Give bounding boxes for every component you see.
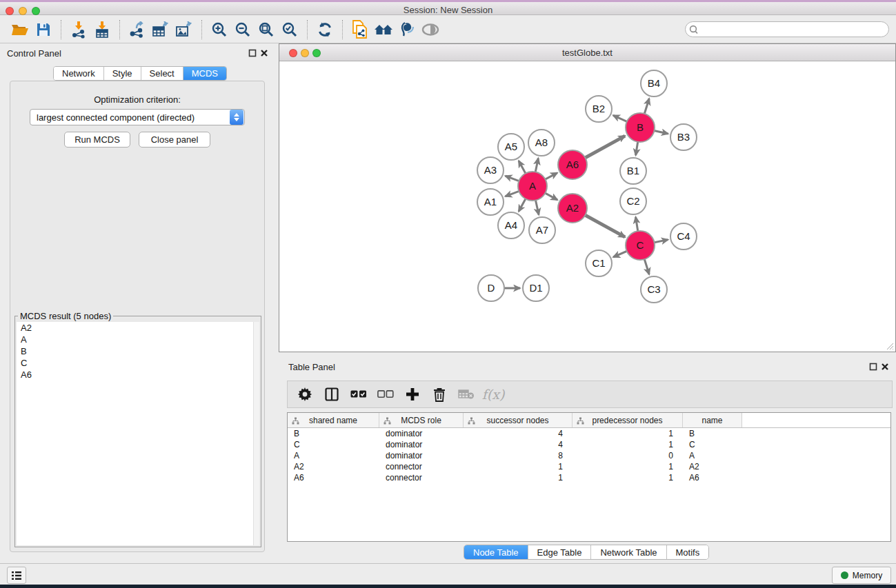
tab-network[interactable]: Network bbox=[54, 67, 104, 80]
table-settings-button[interactable] bbox=[295, 384, 315, 405]
mcds-result-item[interactable]: C bbox=[17, 357, 259, 369]
table-cell: 1 bbox=[573, 472, 683, 483]
graph-node-A5[interactable]: A5 bbox=[498, 134, 524, 160]
graph-node-C4[interactable]: C4 bbox=[670, 223, 697, 250]
graph-node-A4[interactable]: A4 bbox=[498, 212, 524, 239]
graph-node-C3[interactable]: C3 bbox=[641, 276, 667, 303]
graph-node-D[interactable]: D bbox=[478, 275, 504, 301]
graph-node-B[interactable]: B bbox=[626, 113, 655, 142]
graph-node-A8[interactable]: A8 bbox=[528, 130, 555, 156]
mcds-result-item[interactable]: A2 bbox=[17, 322, 259, 334]
run-mcds-button[interactable]: Run MCDS bbox=[64, 132, 130, 148]
memory-button[interactable]: Memory bbox=[832, 567, 891, 584]
search-input[interactable] bbox=[701, 25, 873, 34]
mcds-result-item[interactable]: B bbox=[17, 345, 259, 357]
import-network-icon bbox=[70, 21, 87, 39]
delete-columns-button[interactable] bbox=[429, 384, 450, 405]
table-row[interactable]: Bdominator41B bbox=[288, 428, 890, 439]
node-table: shared nameMCDS rolesuccessor nodesprede… bbox=[287, 412, 891, 542]
table-cell: A2 bbox=[683, 461, 742, 472]
save-session-button[interactable] bbox=[32, 19, 55, 41]
network-canvas[interactable]: B4B2BB3A8A5A6A3B1AC2A1A2A4A7C4CC1DD1C3 bbox=[279, 61, 895, 352]
import-network-button[interactable] bbox=[67, 19, 90, 41]
float-panel-icon[interactable] bbox=[248, 49, 257, 57]
unselect-all-columns-button[interactable] bbox=[375, 384, 396, 405]
close-panel-icon[interactable] bbox=[260, 49, 268, 57]
graph-node-C1[interactable]: C1 bbox=[586, 250, 612, 276]
function-builder-button[interactable]: f(x) bbox=[483, 384, 504, 405]
graph-node-D1[interactable]: D1 bbox=[523, 275, 549, 301]
table-row[interactable]: A2connector11A2 bbox=[288, 461, 890, 472]
list-scrollbar[interactable] bbox=[253, 322, 259, 545]
graph-node-C2[interactable]: C2 bbox=[620, 188, 646, 214]
apply-layout-button[interactable] bbox=[313, 19, 337, 41]
export-image-button[interactable] bbox=[172, 19, 196, 41]
zoom-fit-button[interactable] bbox=[255, 19, 278, 41]
graph-node-A6[interactable]: A6 bbox=[558, 150, 587, 179]
select-all-columns-button[interactable] bbox=[348, 384, 369, 405]
network-window-titlebar[interactable]: testGlobe.txt bbox=[279, 44, 895, 61]
resize-grip[interactable] bbox=[886, 342, 894, 350]
graph-node-B3[interactable]: B3 bbox=[670, 124, 697, 150]
graph-node-B1[interactable]: B1 bbox=[620, 158, 646, 184]
tab-select[interactable]: Select bbox=[141, 67, 183, 80]
table-cell: 1 bbox=[573, 428, 683, 439]
zoom-selected-button[interactable] bbox=[278, 19, 301, 41]
graph-node-B2[interactable]: B2 bbox=[586, 96, 612, 122]
export-network-button[interactable] bbox=[126, 19, 149, 41]
plus-icon bbox=[406, 387, 419, 401]
graph-node-label: C1 bbox=[592, 257, 605, 269]
tab-network-table[interactable]: Network Table bbox=[591, 545, 666, 559]
mcds-result-item[interactable]: A bbox=[17, 334, 259, 345]
table-cell: connector bbox=[379, 472, 464, 483]
table-cell: 4 bbox=[464, 439, 573, 450]
column-header-name[interactable]: name bbox=[683, 413, 742, 427]
column-header-shared-name[interactable]: shared name bbox=[288, 413, 379, 427]
show-graphics-details-button[interactable] bbox=[395, 19, 419, 41]
float-table-panel-icon[interactable] bbox=[869, 363, 877, 371]
table-row[interactable]: A6connector11A6 bbox=[288, 472, 890, 483]
column-header-MCDS-role[interactable]: MCDS role bbox=[379, 413, 464, 427]
graph-node-label: C3 bbox=[647, 283, 660, 295]
save-icon bbox=[36, 22, 51, 37]
open-session-button[interactable] bbox=[8, 19, 32, 41]
export-table-button[interactable] bbox=[149, 19, 172, 41]
graph-node-label: A6 bbox=[566, 159, 579, 170]
table-cell: A6 bbox=[683, 472, 742, 483]
hide-graphics-details-button[interactable] bbox=[419, 19, 442, 41]
optimization-criterion-select[interactable]: largest connected component (directed) bbox=[30, 109, 245, 125]
zoom-in-button[interactable] bbox=[208, 19, 231, 41]
graph-node-A2[interactable]: A2 bbox=[558, 194, 587, 223]
table-row[interactable]: Cdominator41C bbox=[288, 439, 890, 450]
column-header-successor-nodes[interactable]: successor nodes bbox=[464, 413, 573, 427]
graph-node-A3[interactable]: A3 bbox=[477, 157, 504, 183]
duplicate-network-button[interactable] bbox=[348, 19, 372, 41]
mcds-result-item[interactable]: A6 bbox=[17, 369, 259, 381]
delete-table-button[interactable] bbox=[456, 384, 477, 405]
show-task-history-button[interactable] bbox=[7, 567, 26, 584]
tab-style[interactable]: Style bbox=[104, 67, 141, 80]
optimization-criterion-label: Optimization criterion: bbox=[10, 94, 264, 105]
tab-mcds[interactable]: MCDS bbox=[183, 67, 226, 80]
tab-motifs[interactable]: Motifs bbox=[667, 545, 709, 559]
mcds-result-list[interactable]: A2ABCA6 bbox=[17, 322, 259, 545]
zoom-out-button[interactable] bbox=[231, 19, 255, 41]
import-table-button[interactable] bbox=[90, 19, 114, 41]
graph-node-A[interactable]: A bbox=[518, 172, 547, 201]
tab-node-table[interactable]: Node Table bbox=[464, 545, 528, 559]
graph-node-C[interactable]: C bbox=[626, 231, 655, 260]
graph-node-A7[interactable]: A7 bbox=[529, 217, 555, 243]
toolbar-separator bbox=[307, 20, 308, 39]
close-panel-button[interactable]: Close panel bbox=[139, 132, 210, 148]
tab-edge-table[interactable]: Edge Table bbox=[528, 545, 592, 559]
search-field[interactable] bbox=[685, 21, 889, 37]
show-all-networks-button[interactable] bbox=[372, 19, 395, 41]
table-row[interactable]: Adominator80A bbox=[288, 450, 890, 461]
close-table-panel-icon[interactable] bbox=[881, 363, 889, 371]
create-column-button[interactable] bbox=[402, 384, 423, 405]
column-header-predecessor-nodes[interactable]: predecessor nodes bbox=[573, 413, 683, 427]
graph-node-B4[interactable]: B4 bbox=[641, 70, 667, 97]
columns-icon bbox=[325, 387, 339, 401]
show-columns-button[interactable] bbox=[321, 384, 342, 405]
graph-node-A1[interactable]: A1 bbox=[477, 189, 504, 215]
